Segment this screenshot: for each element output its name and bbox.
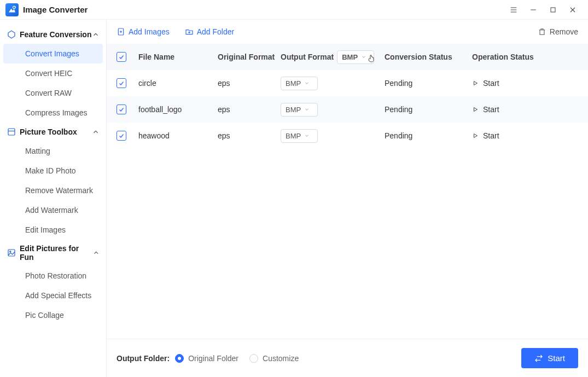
sidebar-item-edit-images[interactable]: Edit Images (0, 220, 106, 240)
minimize-button[interactable] (523, 0, 543, 20)
sidebar-item-convert-raw[interactable]: Convert RAW (0, 83, 106, 103)
app-title: Image Converter (23, 5, 88, 14)
sidebar-item-add-special-effects[interactable]: Add Special Effects (0, 286, 106, 305)
radio-original-folder[interactable]: Original Folder (175, 354, 238, 363)
add-folder-button[interactable]: Add Folder (185, 27, 234, 36)
titlebar: Image Converter (0, 0, 588, 20)
cell-original-format: eps (218, 79, 281, 88)
svg-rect-5 (551, 8, 555, 12)
table-header: File Name Original Format Output Format … (107, 44, 588, 70)
chevron-down-icon (361, 54, 366, 60)
sidebar-group-feature-conversion[interactable]: Feature Conversion (0, 25, 106, 44)
add-images-label: Add Images (129, 27, 170, 36)
sidebar-group-label: Edit Pictures for Fun (20, 244, 92, 262)
svg-marker-19 (474, 108, 478, 112)
row-start-button[interactable]: Start (472, 131, 499, 140)
start-button-label: Start (548, 353, 565, 363)
cell-conversion-status: Pending (385, 131, 472, 140)
hamburger-menu-button[interactable] (504, 0, 523, 20)
radio-original-label: Original Folder (188, 354, 238, 363)
row-output-format-value: BMP (286, 106, 301, 114)
play-icon (472, 106, 479, 113)
add-folder-icon (185, 27, 194, 36)
add-file-icon (117, 27, 125, 36)
picture-icon (7, 248, 16, 258)
sidebar-item-matting[interactable]: Matting (0, 141, 106, 161)
row-start-button[interactable]: Start (472, 79, 499, 88)
hexagon-icon (7, 30, 16, 39)
row-output-format-value: BMP (286, 79, 301, 88)
content: Add Images Add Folder Remove File Name O… (107, 20, 588, 377)
close-button[interactable] (563, 0, 583, 20)
sidebar-item-convert-heic[interactable]: Convert HEIC (0, 63, 106, 83)
sidebar-group-label: Feature Conversion (20, 30, 91, 39)
add-images-button[interactable]: Add Images (117, 27, 170, 36)
sidebar-item-convert-images[interactable]: Convert Images (3, 44, 103, 63)
cell-file-name: circle (138, 79, 218, 88)
checkmark-icon (118, 54, 125, 60)
play-icon (472, 80, 479, 86)
start-button[interactable]: Start (521, 348, 578, 368)
svg-marker-8 (8, 31, 15, 38)
sidebar-item-compress-images[interactable]: Compress Images (0, 103, 106, 123)
maximize-button[interactable] (543, 0, 563, 20)
row-output-format-dropdown[interactable]: BMP (281, 77, 318, 90)
table-row: football_logo eps BMP Pending Start (107, 96, 588, 123)
main-area: Feature Conversion Convert Images Conver… (0, 20, 588, 377)
row-checkbox[interactable] (117, 78, 126, 88)
col-header-original-format: Original Format (218, 53, 281, 61)
radio-customize-label: Customize (263, 354, 299, 363)
add-folder-label: Add Folder (197, 27, 234, 36)
remove-button[interactable]: Remove (538, 27, 578, 36)
sidebar-group-edit-pictures-fun[interactable]: Edit Pictures for Fun (0, 240, 106, 266)
toolbox-icon (7, 127, 16, 137)
sidebar-item-pic-collage[interactable]: Pic Collage (0, 305, 106, 325)
table-row: circle eps BMP Pending Start (107, 70, 588, 96)
radio-icon (249, 354, 258, 363)
chevron-up-icon (92, 249, 100, 257)
menu-icon (509, 5, 518, 14)
chevron-down-icon (304, 133, 310, 138)
sidebar-item-make-id-photo[interactable]: Make ID Photo (0, 161, 106, 181)
cell-conversion-status: Pending (385, 105, 472, 114)
sidebar-item-photo-restoration[interactable]: Photo Restoration (0, 266, 106, 286)
close-icon (568, 5, 577, 14)
row-output-format-value: BMP (286, 132, 301, 140)
checkmark-icon (118, 106, 125, 113)
svg-marker-18 (474, 82, 478, 85)
row-output-format-dropdown[interactable]: BMP (281, 129, 318, 143)
header-output-format-value: BMP (342, 53, 358, 61)
col-header-operation-status: Operation Status (472, 53, 578, 61)
sidebar-group-label: Picture Toolbox (20, 127, 77, 136)
svg-point-12 (10, 251, 11, 252)
row-checkbox[interactable] (117, 131, 126, 141)
cell-conversion-status: Pending (385, 79, 472, 88)
remove-label: Remove (550, 27, 578, 36)
row-output-format-dropdown[interactable]: BMP (281, 103, 318, 117)
sidebar: Feature Conversion Convert Images Conver… (0, 20, 107, 377)
chevron-up-icon (92, 128, 100, 136)
app-logo-icon (5, 3, 19, 16)
col-header-output-format: Output Format (281, 53, 334, 61)
table-row: heawood eps BMP Pending Start (107, 123, 588, 149)
select-all-checkbox[interactable] (117, 52, 126, 62)
row-checkbox[interactable] (117, 105, 126, 114)
trash-icon (538, 27, 546, 36)
output-folder-label: Output Folder: (117, 354, 170, 363)
radio-customize[interactable]: Customize (249, 354, 299, 363)
chevron-up-icon (92, 31, 100, 38)
cell-original-format: eps (218, 105, 281, 114)
svg-marker-20 (474, 134, 478, 138)
chevron-down-icon (304, 80, 310, 86)
col-header-conversion-status: Conversion Status (385, 53, 472, 61)
minimize-icon (529, 5, 538, 14)
chevron-down-icon (304, 107, 310, 112)
convert-icon (534, 354, 543, 363)
row-start-label: Start (483, 131, 499, 140)
sidebar-item-add-watermark[interactable]: Add Watermark (0, 200, 106, 220)
sidebar-item-remove-watermark[interactable]: Remove Watermark (0, 181, 106, 200)
play-icon (472, 132, 479, 139)
row-start-button[interactable]: Start (472, 105, 499, 114)
sidebar-group-picture-toolbox[interactable]: Picture Toolbox (0, 123, 106, 141)
header-output-format-dropdown[interactable]: BMP (337, 50, 374, 64)
